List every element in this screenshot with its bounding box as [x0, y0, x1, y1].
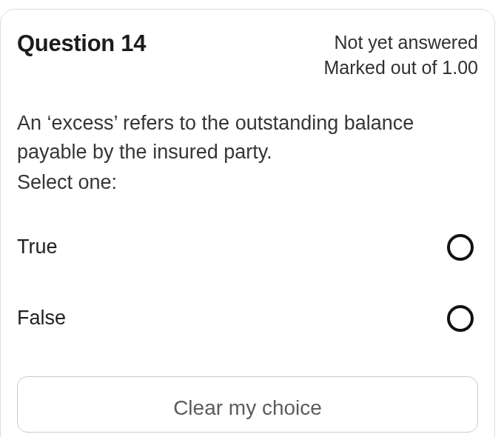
question-number: Question 14 — [17, 30, 146, 57]
question-status: Not yet answered Marked out of 1.00 — [324, 30, 478, 81]
option-label: False — [17, 307, 66, 330]
status-marks: Marked out of 1.00 — [324, 56, 478, 81]
status-answered: Not yet answered — [324, 30, 478, 56]
option-true[interactable]: True — [17, 234, 478, 261]
question-stem: An ‘excess’ refers to the outstanding ba… — [17, 109, 478, 167]
option-false[interactable]: False — [17, 305, 478, 332]
question-header: Question 14 Not yet answered Marked out … — [17, 30, 478, 81]
select-one-prompt: Select one: — [17, 171, 478, 194]
radio-unchecked-icon[interactable] — [447, 234, 474, 261]
question-card: Question 14 Not yet answered Marked out … — [0, 9, 495, 437]
option-label: True — [17, 236, 58, 258]
radio-unchecked-icon[interactable] — [447, 305, 474, 332]
clear-choice-button[interactable]: Clear my choice — [17, 376, 478, 433]
